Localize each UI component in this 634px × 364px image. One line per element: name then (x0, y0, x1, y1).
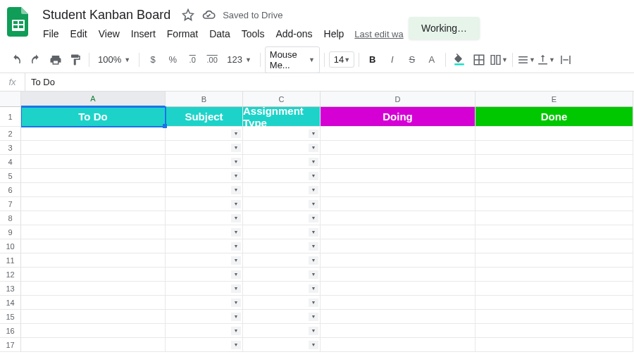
menu-edit[interactable]: Edit (66, 25, 92, 42)
borders-button[interactable] (470, 51, 488, 69)
dropdown-arrow-icon[interactable]: ▼ (231, 341, 241, 349)
cell-C11[interactable]: ▼ (243, 253, 321, 268)
cell-C5[interactable]: ▼ (243, 169, 321, 183)
cell-C13[interactable]: ▼ (243, 282, 321, 296)
horizontal-align-button[interactable]: ▼ (517, 51, 535, 69)
cell-E5[interactable] (476, 169, 633, 183)
select-all-corner[interactable] (0, 92, 21, 107)
redo-icon[interactable] (27, 51, 45, 69)
fill-color-button[interactable] (450, 51, 468, 69)
dropdown-arrow-icon[interactable]: ▼ (231, 172, 241, 180)
dropdown-arrow-icon[interactable]: ▼ (309, 214, 318, 222)
row-header-9[interactable]: 9 (0, 225, 21, 239)
dropdown-arrow-icon[interactable]: ▼ (309, 299, 318, 307)
formula-input[interactable]: To Do (25, 77, 634, 87)
cell-D12[interactable] (321, 268, 476, 282)
cell-C3[interactable]: ▼ (243, 141, 321, 155)
cell-C14[interactable]: ▼ (243, 296, 321, 310)
cell-A16[interactable] (21, 324, 166, 338)
dropdown-arrow-icon[interactable]: ▼ (309, 270, 318, 279)
cell-A12[interactable] (21, 268, 166, 282)
cell-D2[interactable] (321, 127, 476, 141)
row-header-14[interactable]: 14 (0, 296, 21, 310)
dropdown-arrow-icon[interactable]: ▼ (309, 144, 318, 152)
cell-A5[interactable] (21, 169, 166, 183)
cell-E6[interactable] (476, 183, 633, 197)
cell-D5[interactable] (321, 169, 476, 183)
dropdown-arrow-icon[interactable]: ▼ (309, 256, 318, 265)
dropdown-arrow-icon[interactable]: ▼ (231, 186, 241, 194)
cell-D9[interactable] (321, 225, 476, 239)
cell-B7[interactable]: ▼ (166, 197, 243, 211)
cell-D8[interactable] (321, 211, 476, 225)
text-wrap-button[interactable] (557, 51, 575, 69)
cell-A4[interactable] (21, 155, 166, 169)
bold-button[interactable]: B (363, 51, 382, 69)
row-header-5[interactable]: 5 (0, 169, 21, 183)
cell-B2[interactable]: ▼ (166, 127, 243, 141)
row-header-4[interactable]: 4 (0, 155, 21, 169)
cell-B16[interactable]: ▼ (166, 324, 243, 338)
dropdown-arrow-icon[interactable]: ▼ (231, 200, 241, 208)
cell-B6[interactable]: ▼ (166, 183, 243, 197)
cell-A11[interactable] (21, 253, 166, 268)
row-header-13[interactable]: 13 (0, 282, 21, 296)
cell-C4[interactable]: ▼ (243, 155, 321, 169)
cell-C8[interactable]: ▼ (243, 211, 321, 225)
star-icon[interactable] (182, 8, 194, 21)
dropdown-arrow-icon[interactable]: ▼ (309, 313, 318, 321)
dropdown-arrow-icon[interactable]: ▼ (309, 242, 318, 251)
dropdown-arrow-icon[interactable]: ▼ (231, 130, 241, 138)
col-header-A[interactable]: A (21, 92, 166, 107)
cell-C1[interactable]: Assignment Type (243, 107, 321, 127)
cell-C12[interactable]: ▼ (243, 268, 321, 282)
cell-C2[interactable]: ▼ (243, 127, 321, 141)
dropdown-arrow-icon[interactable]: ▼ (309, 341, 318, 349)
cell-A9[interactable] (21, 225, 166, 239)
row-header-7[interactable]: 7 (0, 197, 21, 211)
cell-B4[interactable]: ▼ (166, 155, 243, 169)
cell-D3[interactable] (321, 141, 476, 155)
menu-format[interactable]: Format (162, 25, 203, 42)
format-percent[interactable]: % (163, 51, 182, 69)
cell-E16[interactable] (476, 324, 633, 338)
more-formats[interactable]: 123▼ (223, 54, 256, 65)
dropdown-arrow-icon[interactable]: ▼ (231, 327, 241, 335)
cell-C9[interactable]: ▼ (243, 225, 321, 239)
cell-B1[interactable]: Subject (166, 107, 243, 127)
text-color-button[interactable]: A (423, 51, 441, 69)
menu-help[interactable]: Help (319, 25, 349, 42)
dropdown-arrow-icon[interactable]: ▼ (231, 242, 241, 251)
zoom-picker[interactable]: 100%▼ (94, 54, 135, 65)
dropdown-arrow-icon[interactable]: ▼ (309, 284, 318, 293)
cell-C7[interactable]: ▼ (243, 197, 321, 211)
dropdown-arrow-icon[interactable]: ▼ (309, 158, 318, 166)
dropdown-arrow-icon[interactable]: ▼ (309, 327, 318, 335)
cell-D17[interactable] (321, 338, 476, 352)
dropdown-arrow-icon[interactable]: ▼ (231, 284, 241, 293)
row-header-2[interactable]: 2 (0, 127, 21, 141)
dropdown-arrow-icon[interactable]: ▼ (309, 130, 318, 138)
font-family-picker[interactable]: Mouse Me...▼ (265, 46, 320, 73)
cell-D7[interactable] (321, 197, 476, 211)
paint-format-icon[interactable] (66, 51, 85, 69)
cell-C17[interactable]: ▼ (243, 338, 321, 352)
cell-E1[interactable]: Done (476, 107, 633, 127)
cell-B5[interactable]: ▼ (166, 169, 243, 183)
cell-D14[interactable] (321, 296, 476, 310)
cell-A15[interactable] (21, 310, 166, 324)
menu-file[interactable]: File (38, 25, 64, 42)
cell-A7[interactable] (21, 197, 166, 211)
cell-B3[interactable]: ▼ (166, 141, 243, 155)
dropdown-arrow-icon[interactable]: ▼ (231, 270, 241, 279)
row-header-15[interactable]: 15 (0, 310, 21, 324)
dropdown-arrow-icon[interactable]: ▼ (231, 158, 241, 166)
cell-A10[interactable] (21, 239, 166, 253)
cell-B11[interactable]: ▼ (166, 253, 243, 268)
menu-tools[interactable]: Tools (237, 25, 270, 42)
print-icon[interactable] (46, 51, 65, 69)
fx-label[interactable]: fx (0, 73, 25, 91)
dropdown-arrow-icon[interactable]: ▼ (309, 186, 318, 194)
cell-D10[interactable] (321, 239, 476, 253)
cell-E8[interactable] (476, 211, 633, 225)
